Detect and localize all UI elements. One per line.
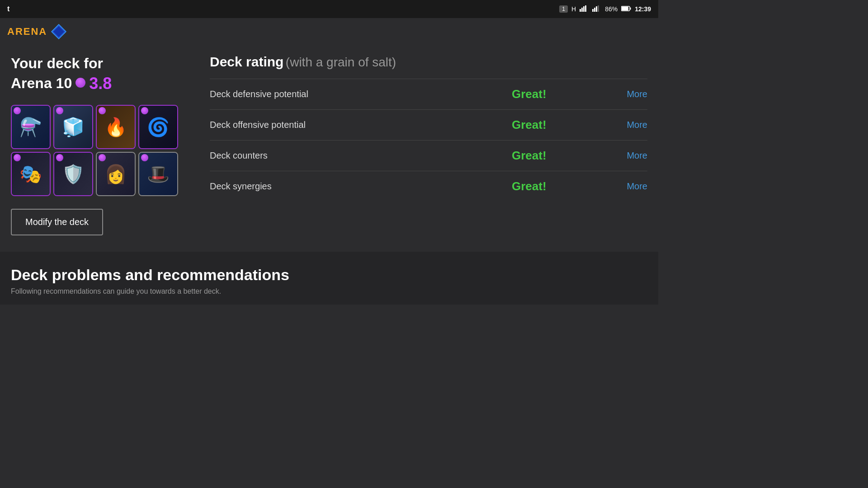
card-elixir-6 xyxy=(56,154,63,161)
card-elixir-8 xyxy=(141,154,148,161)
svg-rect-10 xyxy=(622,7,628,10)
left-panel: Your deck for Arena 10 3.8 ⚗️ 🧊 xyxy=(11,54,192,235)
card-elixir-1 xyxy=(14,107,21,114)
card-slot-7[interactable]: 👩 xyxy=(96,152,136,196)
card-slot-3[interactable]: 🔥 xyxy=(96,105,136,149)
header: ARENA xyxy=(0,18,658,45)
deck-rating-number: 3.8 xyxy=(89,73,112,94)
svg-rect-9 xyxy=(630,8,631,10)
card-icon-4: 🌀 xyxy=(147,118,170,136)
card-slot-6[interactable]: 🛡️ xyxy=(53,152,93,196)
svg-rect-6 xyxy=(596,6,597,12)
more-synergies-button[interactable]: More xyxy=(602,181,647,192)
logo: ARENA xyxy=(7,23,67,40)
deck-rating-header: Deck rating (with a grain of salt) xyxy=(210,54,647,70)
svg-rect-3 xyxy=(585,5,586,12)
more-defensive-button[interactable]: More xyxy=(602,89,647,99)
card-elixir-3 xyxy=(99,107,106,114)
svg-rect-0 xyxy=(580,9,581,12)
deck-title: Your deck for Arena 10 3.8 xyxy=(11,54,192,94)
more-counters-button[interactable]: More xyxy=(602,150,647,161)
rating-value-offensive: Great! xyxy=(512,118,602,132)
card-slot-1[interactable]: ⚗️ xyxy=(11,105,51,149)
app-icon: t xyxy=(7,5,9,13)
card-icon-1: ⚗️ xyxy=(19,118,42,136)
deck-rating-title: Deck rating xyxy=(210,54,283,69)
more-offensive-button[interactable]: More xyxy=(602,120,647,130)
card-icon-7: 👩 xyxy=(104,165,127,183)
status-bar: t 1 H 86% xyxy=(0,0,658,18)
rating-row-synergies: Deck synergies Great! More xyxy=(210,171,647,202)
svg-rect-7 xyxy=(598,5,599,12)
svg-rect-2 xyxy=(583,6,585,12)
bottom-section: Deck problems and recommendations Follow… xyxy=(0,252,658,305)
deck-rating-subtitle: (with a grain of salt) xyxy=(286,55,396,69)
h-indicator: H xyxy=(571,5,576,13)
card-icon-5: 🎭 xyxy=(19,165,42,183)
rating-label-synergies: Deck synergies xyxy=(210,181,512,192)
card-icon-3: 🔥 xyxy=(104,118,127,136)
svg-rect-5 xyxy=(594,8,595,12)
card-slot-4[interactable]: 🌀 xyxy=(138,105,178,149)
rating-row-counters: Deck counters Great! More xyxy=(210,140,647,171)
rating-row-defensive: Deck defensive potential Great! More xyxy=(210,79,647,109)
svg-rect-4 xyxy=(592,9,594,12)
card-slot-8[interactable]: 🎩 xyxy=(138,152,178,196)
elixir-icon xyxy=(75,78,85,88)
card-slot-5[interactable]: 🎭 xyxy=(11,152,51,196)
rating-label-counters: Deck counters xyxy=(210,150,512,161)
logo-diamond-icon xyxy=(51,23,67,40)
rating-row-offensive: Deck offensive potential Great! More xyxy=(210,109,647,140)
rating-value-synergies: Great! xyxy=(512,179,602,193)
rating-value-defensive: Great! xyxy=(512,87,602,101)
card-grid: ⚗️ 🧊 🔥 🌀 xyxy=(11,105,192,196)
logo-text: ARENA xyxy=(7,26,47,38)
card-icon-8: 🎩 xyxy=(147,165,170,183)
card-elixir-2 xyxy=(56,107,63,114)
svg-rect-1 xyxy=(581,8,583,12)
card-elixir-4 xyxy=(141,107,148,114)
rating-value-counters: Great! xyxy=(512,149,602,163)
card-slot-2[interactable]: 🧊 xyxy=(53,105,93,149)
time: 12:39 xyxy=(635,5,651,13)
rating-label-defensive: Deck defensive potential xyxy=(210,89,512,99)
card-elixir-5 xyxy=(14,154,21,161)
card-icon-6: 🛡️ xyxy=(62,165,85,183)
problems-subtitle: Following recommendations can guide you … xyxy=(11,287,647,296)
status-indicators: 1 H 86% 12:39 xyxy=(559,5,651,13)
modify-deck-button[interactable]: Modify the deck xyxy=(11,209,103,235)
main-content: Your deck for Arena 10 3.8 ⚗️ 🧊 xyxy=(0,45,658,244)
card-icon-2: 🧊 xyxy=(62,118,85,136)
notification-badge: 1 xyxy=(559,5,568,13)
battery-icon xyxy=(621,5,631,13)
signal-icon xyxy=(580,5,589,13)
signal-icon-2 xyxy=(592,5,601,13)
right-panel: Deck rating (with a grain of salt) Deck … xyxy=(210,54,647,235)
card-elixir-7 xyxy=(99,154,106,161)
rating-label-offensive: Deck offensive potential xyxy=(210,120,512,130)
battery-percent: 86% xyxy=(605,5,618,13)
problems-title: Deck problems and recommendations xyxy=(11,266,647,284)
